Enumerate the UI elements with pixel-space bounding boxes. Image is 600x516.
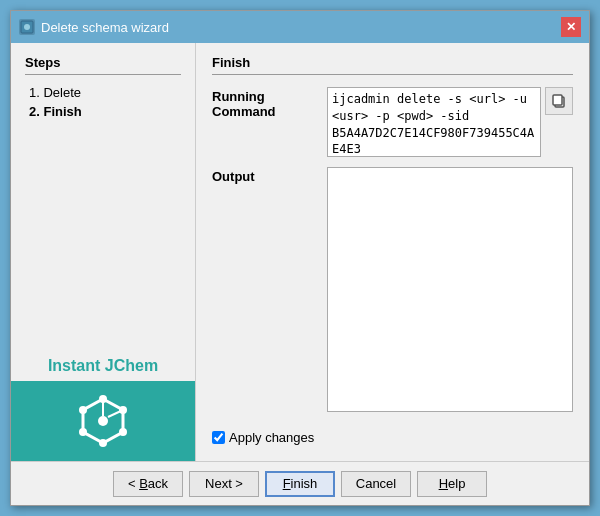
svg-point-7 (79, 428, 87, 436)
apply-changes-checkbox[interactable] (212, 431, 225, 444)
back-button[interactable]: < Back (113, 471, 183, 497)
close-button[interactable]: ✕ (561, 17, 581, 37)
content-area: Steps 1. Delete 2. Finish Instant JChem (11, 43, 589, 461)
svg-point-1 (24, 24, 30, 30)
command-area: ijcadmin delete -s <url> -u <usr> -p <pw… (327, 87, 573, 157)
app-icon (19, 19, 35, 35)
molecule-icon (73, 391, 133, 451)
svg-point-6 (99, 439, 107, 447)
help-underline: H (439, 476, 448, 491)
title-bar-left: Delete schema wizard (19, 19, 169, 35)
output-area: Output (212, 167, 573, 422)
cancel-button[interactable]: Cancel (341, 471, 411, 497)
svg-rect-13 (553, 95, 562, 105)
steps-title: Steps (25, 55, 181, 75)
title-bar: Delete schema wizard ✕ (11, 11, 589, 43)
help-button[interactable]: Help (417, 471, 487, 497)
command-textbox[interactable]: ijcadmin delete -s <url> -u <usr> -p <pw… (327, 87, 541, 157)
next-label: Next > (205, 476, 243, 491)
svg-point-9 (98, 416, 108, 426)
svg-point-8 (79, 406, 87, 414)
brand-name: Instant JChem (11, 347, 195, 381)
copy-button[interactable] (545, 87, 573, 115)
next-button[interactable]: Next > (189, 471, 259, 497)
output-textbox[interactable] (327, 167, 573, 412)
cancel-label: Cancel (356, 476, 396, 491)
step-1-label: Delete (43, 85, 81, 100)
dialog: Delete schema wizard ✕ Steps 1. Delete 2… (10, 10, 590, 506)
logo-area (11, 381, 195, 461)
apply-changes-label[interactable]: Apply changes (229, 430, 314, 445)
section-title: Finish (212, 55, 573, 75)
running-command-label: Running Command (212, 87, 327, 119)
apply-changes-row: Apply changes (212, 430, 573, 445)
main-panel: Finish Running Command ijcadmin delete -… (196, 43, 589, 461)
finish-rest: inish (291, 476, 318, 491)
svg-point-5 (119, 428, 127, 436)
finish-button[interactable]: Finish (265, 471, 335, 497)
footer: < Back Next > Finish Cancel Help (11, 461, 589, 505)
help-rest: elp (448, 476, 465, 491)
step-2-number: 2. (29, 104, 40, 119)
step-1: 1. Delete (25, 83, 181, 102)
svg-line-11 (108, 410, 123, 417)
sidebar-bottom: Instant JChem (11, 347, 195, 461)
step-2: 2. Finish (25, 102, 181, 121)
step-1-number: 1. (29, 85, 40, 100)
step-2-label: Finish (43, 104, 81, 119)
output-row: Output (212, 167, 573, 412)
finish-underline: F (283, 476, 291, 491)
output-label: Output (212, 167, 327, 412)
dialog-title: Delete schema wizard (41, 20, 169, 35)
sidebar: Steps 1. Delete 2. Finish Instant JChem (11, 43, 196, 461)
running-command-row: Running Command ijcadmin delete -s <url>… (212, 87, 573, 157)
